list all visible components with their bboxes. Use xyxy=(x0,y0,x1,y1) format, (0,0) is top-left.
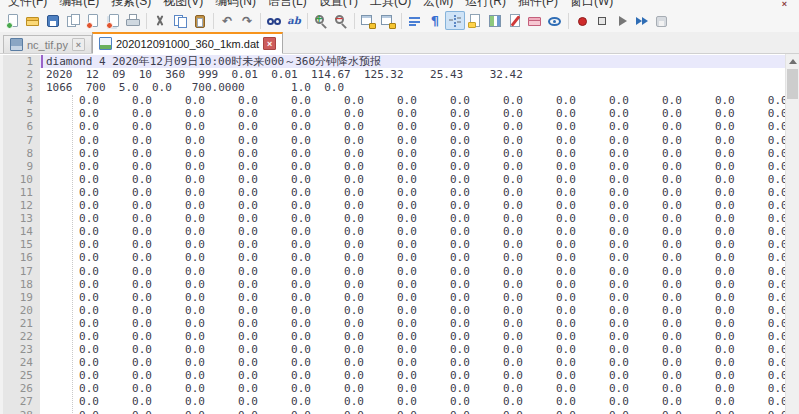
tab-close-icon[interactable]: × xyxy=(263,37,276,50)
line-text[interactable]: diamond 4 2020年12月09日10:00时未来000～360分钟降水… xyxy=(40,55,786,68)
line-number[interactable]: 22 xyxy=(0,330,40,343)
menu-item[interactable]: 设置(T) xyxy=(313,0,364,8)
menu-item[interactable]: 编码(N) xyxy=(209,0,262,8)
line-number[interactable]: 12 xyxy=(0,199,40,212)
close-all-button[interactable] xyxy=(103,11,123,30)
line-number[interactable]: 8 xyxy=(0,147,40,160)
close-button[interactable] xyxy=(83,11,103,30)
menu-item[interactable]: 插件(P) xyxy=(512,0,564,8)
menu-item[interactable]: 工具(O) xyxy=(364,0,417,8)
line-number[interactable]: 2 xyxy=(0,68,40,81)
line-text[interactable]: 0.0 0.0 0.0 0.0 0.0 0.0 0.0 0.0 0.0 0.0 … xyxy=(40,291,786,304)
line-text[interactable]: 0.0 0.0 0.0 0.0 0.0 0.0 0.0 0.0 0.0 0.0 … xyxy=(40,343,786,356)
function-list-button[interactable] xyxy=(465,11,485,30)
line-number[interactable]: 10 xyxy=(0,173,40,186)
line-number[interactable]: 27 xyxy=(0,395,40,408)
line-number[interactable]: 26 xyxy=(0,382,40,395)
line-text[interactable]: 0.0 0.0 0.0 0.0 0.0 0.0 0.0 0.0 0.0 0.0 … xyxy=(40,278,786,291)
line-text[interactable]: 2020 12 09 10 360 999 0.01 0.01 114.67 1… xyxy=(40,68,786,81)
line-number[interactable]: 9 xyxy=(0,160,40,173)
line-number[interactable]: 14 xyxy=(0,225,40,238)
line-text[interactable]: 0.0 0.0 0.0 0.0 0.0 0.0 0.0 0.0 0.0 0.0 … xyxy=(40,238,786,251)
open-button[interactable] xyxy=(23,11,43,30)
macro-run-multiple-button[interactable] xyxy=(632,11,652,30)
line-number[interactable]: 7 xyxy=(0,134,40,147)
line-number[interactable]: 17 xyxy=(0,265,40,278)
save-button[interactable] xyxy=(43,11,63,30)
line-text[interactable]: 0.0 0.0 0.0 0.0 0.0 0.0 0.0 0.0 0.0 0.0 … xyxy=(40,186,786,199)
line-text[interactable]: 0.0 0.0 0.0 0.0 0.0 0.0 0.0 0.0 0.0 0.0 … xyxy=(40,134,786,147)
line-number[interactable]: 16 xyxy=(0,251,40,264)
line-number[interactable]: 25 xyxy=(0,369,40,382)
line-text[interactable]: 0.0 0.0 0.0 0.0 0.0 0.0 0.0 0.0 0.0 0.0 … xyxy=(40,173,786,186)
line-number[interactable]: 1 xyxy=(0,55,40,68)
menu-item[interactable]: 语言(L) xyxy=(262,0,313,8)
redo-button[interactable]: ↷ xyxy=(237,11,257,30)
line-text[interactable]: 0.0 0.0 0.0 0.0 0.0 0.0 0.0 0.0 0.0 0.0 … xyxy=(40,409,786,414)
line-number[interactable]: 21 xyxy=(0,317,40,330)
line-text[interactable]: 0.0 0.0 0.0 0.0 0.0 0.0 0.0 0.0 0.0 0.0 … xyxy=(40,265,786,278)
line-text[interactable]: 0.0 0.0 0.0 0.0 0.0 0.0 0.0 0.0 0.0 0.0 … xyxy=(40,120,786,133)
line-text[interactable]: 0.0 0.0 0.0 0.0 0.0 0.0 0.0 0.0 0.0 0.0 … xyxy=(40,395,786,408)
macro-record-button[interactable] xyxy=(572,11,592,30)
close-icon[interactable]: × xyxy=(782,0,787,9)
line-number[interactable]: 23 xyxy=(0,343,40,356)
menu-item[interactable]: 文件(F) xyxy=(2,0,53,8)
line-text[interactable]: 0.0 0.0 0.0 0.0 0.0 0.0 0.0 0.0 0.0 0.0 … xyxy=(40,382,786,395)
sync-vertical-scrolling-button[interactable] xyxy=(358,11,378,30)
menu-item[interactable]: 搜索(S) xyxy=(105,0,157,8)
line-text[interactable]: 0.0 0.0 0.0 0.0 0.0 0.0 0.0 0.0 0.0 0.0 … xyxy=(40,317,786,330)
line-number[interactable]: 13 xyxy=(0,212,40,225)
line-text[interactable]: 0.0 0.0 0.0 0.0 0.0 0.0 0.0 0.0 0.0 0.0 … xyxy=(40,304,786,317)
cut-button[interactable] xyxy=(150,11,170,30)
save-all-button[interactable] xyxy=(63,11,83,30)
print-button[interactable] xyxy=(123,11,143,30)
word-wrap-button[interactable] xyxy=(405,11,425,30)
line-text[interactable]: 0.0 0.0 0.0 0.0 0.0 0.0 0.0 0.0 0.0 0.0 … xyxy=(40,212,786,225)
line-text[interactable]: 0.0 0.0 0.0 0.0 0.0 0.0 0.0 0.0 0.0 0.0 … xyxy=(40,199,786,212)
line-text[interactable]: 0.0 0.0 0.0 0.0 0.0 0.0 0.0 0.0 0.0 0.0 … xyxy=(40,330,786,343)
new-file-button[interactable] xyxy=(3,11,23,30)
macro-play-button[interactable] xyxy=(612,11,632,30)
line-text[interactable]: 0.0 0.0 0.0 0.0 0.0 0.0 0.0 0.0 0.0 0.0 … xyxy=(40,356,786,369)
menu-item[interactable]: 窗口(W) xyxy=(564,0,619,8)
line-text[interactable]: 0.0 0.0 0.0 0.0 0.0 0.0 0.0 0.0 0.0 0.0 … xyxy=(40,160,786,173)
show-all-characters-button[interactable]: ¶ xyxy=(425,11,445,30)
line-number[interactable]: 4 xyxy=(0,94,40,107)
vertical-scrollbar[interactable] xyxy=(785,54,799,414)
line-number[interactable]: 15 xyxy=(0,238,40,251)
find-button[interactable] xyxy=(264,11,284,30)
line-number[interactable]: 3 xyxy=(0,81,40,94)
tab-dat-file[interactable]: 202012091000_360_1km.dat × xyxy=(92,32,283,54)
paste-button[interactable] xyxy=(190,11,210,30)
line-text[interactable]: 0.0 0.0 0.0 0.0 0.0 0.0 0.0 0.0 0.0 0.0 … xyxy=(40,107,786,120)
line-text[interactable]: 0.0 0.0 0.0 0.0 0.0 0.0 0.0 0.0 0.0 0.0 … xyxy=(40,94,786,107)
show-indent-guide-button[interactable] xyxy=(445,11,465,30)
line-number[interactable]: 20 xyxy=(0,304,40,317)
menu-item[interactable]: 运行(R) xyxy=(459,0,512,8)
line-number[interactable]: 19 xyxy=(0,291,40,304)
line-number[interactable]: 28 xyxy=(0,409,40,414)
menu-item[interactable]: 视图(V) xyxy=(157,0,209,8)
zoom-out-button[interactable]: − xyxy=(331,11,351,30)
macro-save-button[interactable] xyxy=(652,11,672,30)
editor[interactable]: 1diamond 4 2020年12月09日10:00时未来000～360分钟降… xyxy=(0,54,799,414)
line-text[interactable]: 1066 700 5.0 0.0 700.0000 1.0 0.0 xyxy=(40,81,786,94)
scrollbar-thumb[interactable] xyxy=(787,69,798,99)
line-text[interactable]: 0.0 0.0 0.0 0.0 0.0 0.0 0.0 0.0 0.0 0.0 … xyxy=(40,251,786,264)
undo-button[interactable]: ↶ xyxy=(217,11,237,30)
line-number[interactable]: 18 xyxy=(0,278,40,291)
line-text[interactable]: 0.0 0.0 0.0 0.0 0.0 0.0 0.0 0.0 0.0 0.0 … xyxy=(40,225,786,238)
document-map-button[interactable] xyxy=(485,11,505,30)
line-number[interactable]: 5 xyxy=(0,107,40,120)
menu-item[interactable]: 宏(M) xyxy=(417,0,459,8)
scroll-up-icon[interactable] xyxy=(786,54,799,68)
zoom-in-button[interactable]: + xyxy=(311,11,331,30)
folder-as-workspace-button[interactable] xyxy=(525,11,545,30)
document-switcher-button[interactable] xyxy=(505,11,525,30)
sync-horizontal-scrolling-button[interactable] xyxy=(378,11,398,30)
line-text[interactable]: 0.0 0.0 0.0 0.0 0.0 0.0 0.0 0.0 0.0 0.0 … xyxy=(40,147,786,160)
replace-button[interactable]: ab xyxy=(284,11,304,30)
line-number[interactable]: 11 xyxy=(0,186,40,199)
line-number[interactable]: 24 xyxy=(0,356,40,369)
